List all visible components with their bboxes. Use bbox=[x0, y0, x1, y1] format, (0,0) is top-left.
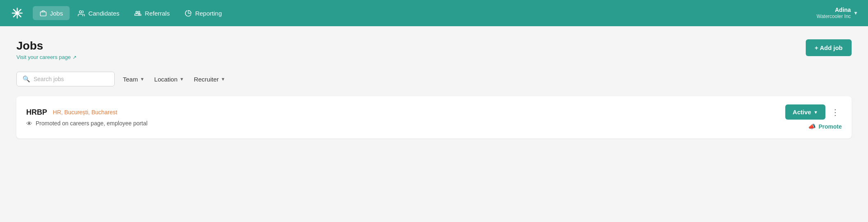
user-chevron-icon: ▼ bbox=[853, 10, 858, 16]
nav-referrals-label: Referrals bbox=[145, 10, 170, 17]
main-content: Jobs Visit your careers page ↗ + Add job… bbox=[0, 26, 868, 222]
nav-reporting-label: Reporting bbox=[195, 10, 222, 17]
svg-point-0 bbox=[16, 11, 19, 15]
user-name: Adina bbox=[817, 6, 851, 14]
job-right-section: Active ▼ ⋮ 📣 Promote bbox=[785, 104, 842, 130]
page-title-section: Jobs Visit your careers page ↗ bbox=[16, 39, 77, 60]
location-filter-button[interactable]: Location ▼ bbox=[153, 73, 186, 85]
megaphone-icon: 📣 bbox=[808, 123, 816, 130]
nav-item-candidates[interactable]: Candidates bbox=[71, 6, 126, 20]
team-chevron-icon: ▼ bbox=[140, 77, 145, 82]
nav-jobs-label: Jobs bbox=[50, 10, 63, 17]
more-icon: ⋮ bbox=[831, 108, 839, 117]
search-input[interactable] bbox=[34, 76, 109, 82]
job-meta: HR, București, Bucharest bbox=[53, 109, 117, 116]
reporting-icon bbox=[184, 9, 192, 17]
careers-link-text: Visit your careers page bbox=[16, 54, 71, 60]
job-more-button[interactable]: ⋮ bbox=[829, 106, 842, 119]
job-actions-col: Active ▼ ⋮ 📣 Promote bbox=[785, 104, 842, 130]
user-company: Watercooler Inc bbox=[817, 14, 851, 20]
recruiter-filter-button[interactable]: Recruiter ▼ bbox=[192, 73, 227, 85]
svg-point-2 bbox=[79, 11, 82, 13]
promote-label: Promote bbox=[818, 123, 842, 130]
candidates-icon bbox=[78, 9, 85, 17]
location-filter-label: Location bbox=[154, 76, 178, 83]
job-title: HRBP bbox=[26, 108, 47, 117]
page-title: Jobs bbox=[16, 39, 77, 52]
nav-candidates-label: Candidates bbox=[88, 10, 120, 17]
app-logo[interactable] bbox=[10, 6, 25, 20]
add-job-button[interactable]: + Add job bbox=[806, 39, 852, 56]
user-info: Adina Watercooler Inc bbox=[817, 6, 851, 20]
jobs-list: HRBP HR, București, Bucharest 👁 Promoted… bbox=[16, 96, 852, 138]
careers-page-link[interactable]: Visit your careers page ↗ bbox=[16, 54, 77, 60]
job-promo-row: 👁 Promoted on careers page, employee por… bbox=[26, 120, 147, 127]
user-menu[interactable]: Adina Watercooler Inc ▼ bbox=[817, 6, 858, 20]
promote-button[interactable]: 📣 Promote bbox=[808, 123, 842, 130]
external-link-icon: ↗ bbox=[73, 54, 77, 60]
eye-icon: 👁 bbox=[26, 120, 32, 127]
referrals-icon bbox=[134, 9, 142, 17]
job-status-button[interactable]: Active ▼ bbox=[785, 104, 825, 120]
search-box: 🔍 bbox=[16, 72, 115, 86]
filters-row: 🔍 Team ▼ Location ▼ Recruiter ▼ bbox=[16, 72, 852, 86]
team-filter-label: Team bbox=[123, 76, 138, 83]
briefcase-icon bbox=[39, 9, 47, 17]
status-chevron-icon: ▼ bbox=[814, 110, 818, 115]
team-filter-button[interactable]: Team ▼ bbox=[121, 73, 146, 85]
nav-item-reporting[interactable]: Reporting bbox=[178, 6, 228, 20]
job-promo-text: Promoted on careers page, employee porta… bbox=[36, 120, 147, 127]
nav-items: Jobs Candidates bbox=[33, 6, 814, 20]
recruiter-chevron-icon: ▼ bbox=[221, 77, 225, 82]
svg-rect-1 bbox=[40, 11, 46, 16]
table-row: HRBP HR, București, Bucharest 👁 Promoted… bbox=[16, 96, 852, 138]
job-actions-top: Active ▼ ⋮ bbox=[785, 104, 842, 120]
job-title-row: HRBP HR, București, Bucharest bbox=[26, 108, 147, 117]
page-header: Jobs Visit your careers page ↗ + Add job bbox=[16, 39, 852, 60]
job-status-label: Active bbox=[793, 109, 811, 116]
location-chevron-icon: ▼ bbox=[179, 77, 184, 82]
nav-item-jobs[interactable]: Jobs bbox=[33, 6, 70, 20]
search-icon: 🔍 bbox=[23, 75, 30, 83]
recruiter-filter-label: Recruiter bbox=[194, 76, 219, 83]
top-navigation: Jobs Candidates bbox=[0, 0, 868, 26]
nav-item-referrals[interactable]: Referrals bbox=[128, 6, 177, 20]
job-left-section: HRBP HR, București, Bucharest 👁 Promoted… bbox=[26, 108, 147, 127]
